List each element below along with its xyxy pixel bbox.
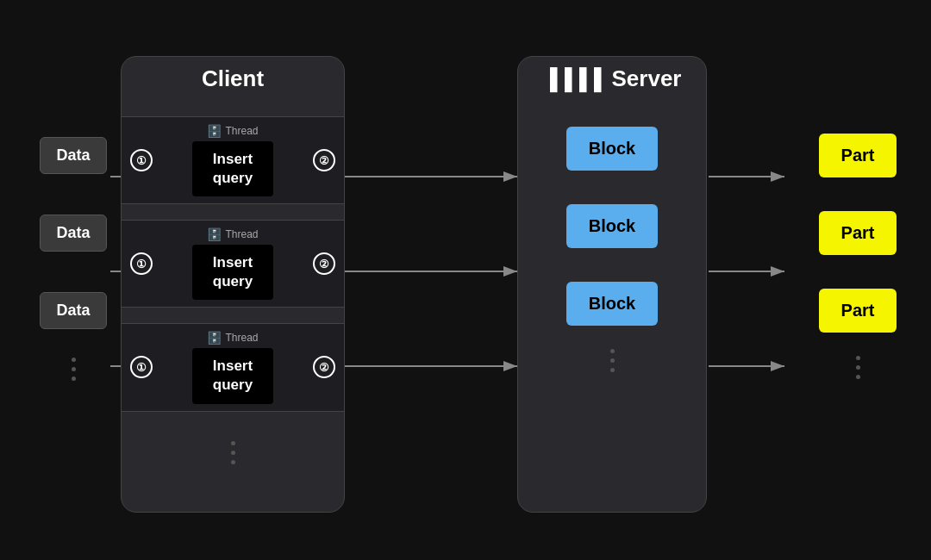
client-title-text: Client bbox=[202, 65, 264, 92]
thread-row-3: ① 🗄️ Thread Insert query ② bbox=[122, 323, 344, 411]
thread-label-3: 🗄️ Thread bbox=[207, 331, 258, 345]
dot bbox=[610, 349, 615, 353]
thread-label-1: 🗄️ Thread bbox=[207, 124, 258, 138]
dot bbox=[231, 441, 235, 445]
part-item-row-3: Part bbox=[819, 271, 897, 349]
thread-label-text: Thread bbox=[225, 125, 258, 137]
thread-icon: 🗄️ bbox=[207, 227, 222, 241]
insert-query-2: Insert query bbox=[192, 245, 273, 300]
thread-row-1: ① 🗄️ Thread Insert query ② bbox=[122, 116, 344, 204]
dot bbox=[610, 368, 615, 372]
part-box-3: Part bbox=[819, 289, 897, 333]
thread-label-text: Thread bbox=[225, 332, 258, 344]
thread-label-2: 🗄️ Thread bbox=[207, 227, 258, 241]
part-dots bbox=[856, 356, 860, 379]
data-box-1: Data bbox=[40, 137, 106, 174]
data-dots bbox=[72, 358, 76, 381]
data-column: Data Data Data bbox=[34, 116, 112, 381]
block-box-2: Block bbox=[566, 204, 658, 248]
client-panel: Client ① 🗄️ Thread Insert query ② bbox=[121, 56, 345, 513]
dot bbox=[856, 365, 860, 370]
part-column: Part Part Part bbox=[819, 116, 897, 379]
client-title: Client bbox=[202, 65, 264, 92]
block-item-row-3: Block bbox=[518, 264, 706, 342]
diagram: Data Data Data Client ① 🗄️ bbox=[34, 30, 897, 530]
dot bbox=[72, 358, 76, 362]
dot bbox=[856, 356, 860, 360]
insert-query-1: Insert query bbox=[192, 141, 273, 196]
block-item-row-2: Block bbox=[518, 187, 706, 264]
dot bbox=[856, 375, 860, 379]
spacer bbox=[122, 101, 344, 116]
spacer bbox=[122, 308, 344, 323]
thread-row-2: ① 🗄️ Thread Insert query ② bbox=[122, 220, 344, 308]
server-dots bbox=[610, 349, 615, 372]
part-item-row-1: Part bbox=[819, 116, 897, 194]
dot bbox=[231, 451, 235, 455]
thread-icon: 🗄️ bbox=[207, 331, 222, 345]
block-rows-container: Block Block Block bbox=[518, 101, 706, 342]
spacer bbox=[122, 412, 344, 427]
part-box-2: Part bbox=[819, 211, 897, 255]
dot bbox=[610, 358, 615, 363]
data-item-row: Data bbox=[40, 194, 106, 271]
thread-label-text: Thread bbox=[225, 228, 258, 240]
block-box-3: Block bbox=[566, 282, 658, 326]
server-title: ▐▐▐▐ Server bbox=[543, 65, 682, 92]
server-panel: ▐▐▐▐ Server Block Block Block bbox=[517, 56, 707, 513]
dot bbox=[231, 460, 235, 464]
data-item-row: Data bbox=[40, 271, 106, 349]
circle-3-right: ② bbox=[313, 356, 335, 378]
block-item-row-1: Block bbox=[518, 109, 706, 187]
circle-3-left: ① bbox=[130, 356, 153, 378]
circle-2-right: ② bbox=[313, 252, 335, 275]
dot bbox=[72, 367, 76, 371]
circle-2-left: ① bbox=[130, 252, 153, 275]
part-item-row-2: Part bbox=[819, 194, 897, 271]
block-box-1: Block bbox=[566, 127, 658, 171]
thread-rows-container: ① 🗄️ Thread Insert query ② ① bbox=[122, 101, 344, 427]
data-box-3: Data bbox=[40, 292, 106, 329]
spacer bbox=[122, 204, 344, 220]
data-item-row: Data bbox=[40, 116, 106, 194]
server-title-text: Server bbox=[612, 65, 682, 92]
client-dots bbox=[231, 441, 235, 464]
insert-query-3: Insert query bbox=[192, 348, 273, 403]
part-box-1: Part bbox=[819, 134, 897, 177]
dot bbox=[72, 376, 76, 381]
circle-1-right: ② bbox=[313, 149, 335, 171]
circle-1-left: ① bbox=[130, 149, 153, 171]
data-box-2: Data bbox=[40, 215, 106, 252]
server-bars-icon: ▐▐▐▐ bbox=[543, 67, 602, 91]
thread-icon: 🗄️ bbox=[207, 124, 222, 138]
